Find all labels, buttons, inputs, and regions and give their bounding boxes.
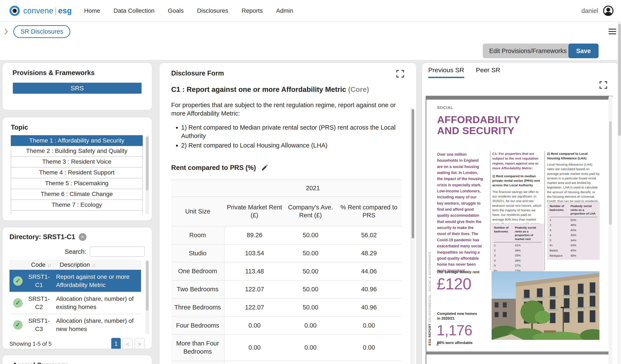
mini-table-value: 34% [570, 237, 597, 243]
mini-table-value: 28% [515, 258, 541, 263]
mini-table-value: 50% [570, 217, 597, 222]
edit-pencil-icon[interactable] [261, 164, 268, 172]
provision-srs-button[interactable]: SRS [13, 82, 142, 94]
mini-table-value: 41% [515, 243, 541, 247]
check-circle-icon: ✓ [9, 320, 26, 330]
menu-icon[interactable] [608, 27, 616, 36]
stat-new-homes-label: Completed new homes in 2020/21 [437, 312, 478, 321]
breadcrumb-sr-disclosures[interactable]: SR Disclosures [13, 25, 70, 38]
directory-row[interactable]: ✓SRST1-C2Allocation (share, number) of e… [9, 292, 141, 314]
expand-icon[interactable] [396, 69, 405, 78]
stat-weekly-rent-value: £120 [437, 275, 471, 293]
topic-card: Topic Theme 1 : Affordability and Securi… [2, 118, 152, 220]
page-1-button[interactable]: 1 [111, 338, 121, 349]
column-header-company-s-ave-rent: Company’s Ave. Rent (£) [285, 197, 336, 226]
table-cell: 50.00 [285, 280, 336, 298]
directory-row[interactable]: ✓SRST1-C1Report against one or more Affo… [9, 270, 141, 292]
brand-convene: convene [23, 6, 53, 15]
edit-provisions-button[interactable]: Edit Provisions/Frameworks [483, 44, 573, 58]
mini-table-value: 40% [570, 227, 597, 232]
check-circle-icon: ✓ [9, 298, 26, 308]
nav-item-data-collection[interactable]: Data Collection [114, 7, 155, 14]
top-nav: convene|esg HomeData CollectionGoalsDisc… [0, 0, 621, 22]
mini-table-value: 48% [570, 253, 597, 258]
mini-table-value: 35% [570, 232, 597, 237]
avatar-icon[interactable] [603, 5, 614, 16]
next-page-button[interactable]: > [135, 338, 145, 349]
mini-table-label: 6+ [550, 243, 570, 247]
user-menu[interactable]: daniel [582, 5, 621, 16]
table-row: One Bedroom113.4850.0044.06 [171, 262, 401, 280]
pdf-metric1-heading: 1) Rent compared to median private renta… [492, 174, 541, 187]
convene-logo-icon [9, 5, 20, 16]
table-cell: 122.07 [224, 298, 285, 316]
tab-peer-sr[interactable]: Peer SR [476, 67, 500, 78]
disclosure-form-card: Disclosure Form C1 : Report against one … [160, 63, 416, 364]
topic-item[interactable]: Theme 6 : Climate Change [11, 189, 143, 200]
core-badge: (Core) [348, 85, 369, 93]
stat-new-homes-value: 1,176 [437, 322, 472, 339]
mini-table-value: 34% [570, 243, 597, 247]
nav-item-disclosures[interactable]: Disclosures [197, 7, 228, 14]
topic-item[interactable]: Theme 5 : Placemaking [11, 178, 143, 189]
save-button[interactable]: Save [568, 44, 599, 58]
table-cell: 0.00 [285, 316, 336, 335]
topic-item[interactable]: Theme 2 : Building Safety and Quality [11, 146, 143, 157]
preview-card: Previous SR Peer SR SOCIAL AFFORDABILITY… [422, 63, 618, 364]
topic-item[interactable] [11, 211, 143, 215]
row-header: All Categories [171, 361, 224, 364]
brand-esg: esg [58, 6, 72, 15]
prev-page-button[interactable]: < [122, 338, 133, 349]
annual-summary-card: Annual Summary [2, 355, 152, 364]
sort-by-description[interactable]: Description↓↑ [60, 261, 95, 268]
directory-row[interactable]: ✓SRST1-C3Allocation (share, number) of n… [9, 314, 141, 334]
directory-count-label: Showing 1-5 of 5 [9, 341, 52, 347]
table-cell: 50.00 [285, 361, 336, 364]
directory-row-code: SRST1-C2 [26, 295, 52, 311]
mini-table-header: Peabody social rents as a proportion of … [570, 204, 597, 217]
mini-table-header: Number of bedrooms [550, 204, 570, 217]
topic-item[interactable]: Theme 7 : Ecology [11, 200, 143, 211]
column-divider [490, 151, 491, 270]
tab-previous-sr[interactable]: Previous SR [428, 67, 464, 78]
table-cell: 44.06 [336, 262, 401, 280]
nav-item-home[interactable]: Home [84, 7, 100, 14]
table-row: Four Bedrooms0.000.000.00 [171, 316, 401, 335]
table-cell: 103.54 [224, 244, 285, 262]
mini-table-header: Number of bedrooms [494, 226, 515, 243]
topic-item[interactable]: Theme 3 : Resident Voice [11, 157, 143, 168]
provisions-card: Provisions & Frameworks SRS [2, 63, 152, 110]
nav-item-goals[interactable]: Goals [168, 7, 184, 14]
directory-row-code: SRST1-C1 [26, 273, 52, 289]
metric-bullet: 2) Rent compared to Local Housing Allowa… [181, 141, 405, 150]
directory-search-input[interactable] [90, 246, 145, 257]
row-header: One Bedroom [171, 262, 224, 280]
mini-table-header: Peabody social rents as a proportion of … [515, 226, 541, 243]
topic-item[interactable]: Theme 4 : Resident Support [11, 168, 143, 178]
nav-item-reports[interactable]: Reports [242, 7, 263, 14]
provisions-title: Provisions & Frameworks [13, 69, 142, 77]
mini-table-label: 1 [494, 243, 515, 247]
nav-item-admin[interactable]: Admin [276, 7, 293, 14]
pdf-scrollbar[interactable] [608, 96, 612, 364]
brand-logo[interactable]: convene|esg [0, 5, 75, 16]
pdf-page: SOCIAL AFFORDABILITYAND SECURITY Over on… [426, 96, 612, 351]
sort-icon: ↓↑ [92, 262, 95, 268]
stat-weekly-rent-label: Our average weekly rent [437, 270, 480, 274]
directory-scrollbar[interactable] [145, 260, 149, 334]
check-circle-icon: ✓ [9, 276, 26, 286]
directory-title: Directory: SRST1-C1 [9, 233, 75, 241]
window-scrollbar[interactable] [618, 22, 621, 364]
building-photo [492, 271, 599, 340]
username-label: daniel [582, 7, 598, 15]
clear-filter-icon[interactable]: × [79, 233, 86, 241]
pdf-section-tag: SOCIAL [437, 106, 453, 110]
disclosure-scrollbar[interactable] [411, 108, 414, 364]
pdf-intro-column: Over one million households in England a… [437, 151, 483, 274]
topic-scrollbar[interactable] [145, 135, 149, 215]
expand-icon[interactable] [599, 81, 608, 89]
table-cell: 122.07 [224, 280, 285, 298]
table-row: More than Four Bedrooms0.000.000.00 [171, 334, 401, 361]
sort-by-code[interactable]: Code↓↑ [31, 261, 51, 268]
topic-item[interactable]: Theme 1 : Affordability and Security [11, 135, 143, 146]
